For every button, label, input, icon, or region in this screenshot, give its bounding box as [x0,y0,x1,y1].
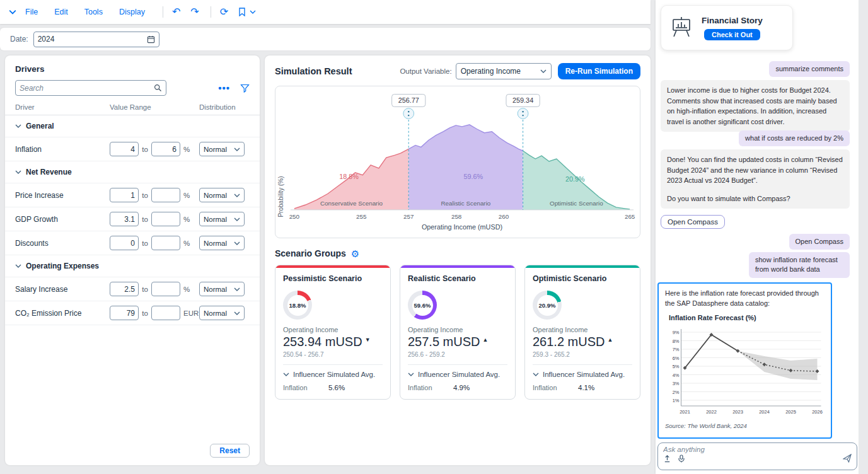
to-label: to [139,309,151,317]
distribution-select[interactable]: Normal [199,142,245,156]
optimistic-scenario-card[interactable]: Optimistic Scenario 20.9% Operating Inco… [524,265,640,400]
unit-label: % [180,146,199,153]
influencer-header-label: Influencer Simulated Avg. [543,371,625,378]
range-from-input[interactable] [110,188,139,202]
chat-input-actions [663,454,852,463]
refresh-icon[interactable]: ⟳ [220,7,228,17]
to-label: to [139,216,151,223]
section-general[interactable]: General [5,115,260,137]
driver-name: Discounts [15,239,110,248]
date-input[interactable] [38,35,147,43]
search-field[interactable] [15,80,166,96]
driver-name: Salary Increase [15,285,110,294]
user-message: summarize comments [769,61,850,77]
range-from-input[interactable] [110,212,139,226]
x-tick: 258 [451,213,462,220]
reset-button[interactable]: Reset [210,444,250,458]
distribution-value: Normal [204,192,227,199]
to-label: to [139,192,151,199]
distribution-select[interactable]: Normal [199,282,245,296]
microphone-icon[interactable] [678,454,685,463]
financial-story-title: Financial Story [702,16,763,25]
range-from-input[interactable] [110,236,139,250]
metric-range: 250.54 - 256.7 [283,351,383,365]
driver-row-inflation: Inflation to % Normal [5,137,260,161]
inflation-chart-title: Inflation Rate Forecast (%) [669,314,825,321]
bookmark-chevron-icon[interactable] [250,10,256,14]
range-from-input[interactable] [110,306,139,320]
marker-low-value: 256.77 [398,96,419,104]
pessimistic-scenario-card[interactable]: Pessimistic Scenario 18.8% Operating Inc… [275,265,391,400]
realistic-scenario-card[interactable]: Realistic Scenario 59.6% Operating Incom… [400,265,516,400]
distribution-chart-svg[interactable]: 256.77 259.34 18.8% 59.6% 20.9% Conserva… [288,89,636,235]
range-to-input[interactable] [151,282,180,296]
date-field[interactable] [33,32,159,47]
open-compass-button[interactable]: Open Compass [661,215,725,229]
distribution-chart: Probability (%) [275,86,640,238]
upload-icon[interactable] [663,454,671,463]
influencer-toggle[interactable]: Influencer Simulated Avg. [283,371,383,378]
driver-row-discounts: Discounts to % Normal [5,231,260,255]
range-from-input[interactable] [110,282,139,296]
driver-row-gdp-growth: GDP Growth to % Normal [5,207,260,231]
handle-dot [408,111,409,112]
chat-input-box[interactable] [657,442,857,470]
menu-display[interactable]: Display [119,8,145,16]
probability-donut: 18.8% [283,291,312,320]
drivers-search-row: ••• [15,80,250,96]
distribution-select[interactable]: Normal [199,306,245,320]
redo-icon[interactable]: ↷ [190,7,199,17]
scenario-groups-header: Scenario Groups ⚙ [275,248,640,258]
filter-icon[interactable] [240,84,250,93]
chevron-down-icon [234,217,240,221]
influencer-toggle[interactable]: Influencer Simulated Avg. [408,371,507,378]
range-to-input[interactable] [151,306,180,320]
rerun-simulation-button[interactable]: Re-Run Simulation [558,63,640,79]
overflow-menu-icon[interactable]: ••• [218,83,230,93]
search-icon[interactable] [154,84,162,92]
bookmark-icon[interactable] [238,8,246,16]
distribution-select[interactable]: Normal [199,236,245,250]
drivers-title: Drivers [5,64,260,74]
app-screen: File Edit Tools Display ↶ ↷ ⟳ Date: Driv… [0,0,868,474]
range-to-input[interactable] [151,212,180,226]
section-label: General [26,122,54,130]
driver-row-salary-increase: Salary Increase to % Normal [5,277,260,301]
undo-icon[interactable]: ↶ [172,7,180,17]
unit-label: EUR [180,309,199,317]
financial-story-card[interactable]: Financial Story Check it Out [661,5,793,50]
probability-donut: 20.9% [533,291,562,320]
influencer-toggle[interactable]: Influencer Simulated Avg. [533,371,632,378]
range-to-input[interactable] [151,236,180,250]
menu-edit[interactable]: Edit [54,8,68,16]
marker-high-handle[interactable] [518,108,528,119]
gear-icon[interactable]: ⚙ [351,249,359,258]
marker-low-handle[interactable] [403,108,414,119]
distribution-select[interactable]: Normal [199,212,245,226]
send-icon[interactable] [843,454,852,463]
handle-dot [522,111,523,112]
column-distribution: Distribution [199,103,236,111]
check-it-out-button[interactable]: Check it Out [704,29,760,40]
distribution-select[interactable]: Normal [199,188,245,202]
menu-tools[interactable]: Tools [84,8,103,16]
calendar-icon[interactable] [147,35,155,43]
metric-label: Operating Income [533,326,632,333]
chat-input[interactable] [663,446,852,453]
range-to-input[interactable] [151,142,180,156]
range-to-input[interactable] [151,188,180,202]
section-operating-expenses[interactable]: Operating Expenses [5,255,260,277]
driver-name: Price Increase [15,191,110,200]
realistic-region-label: Realistic Scenario [441,200,491,207]
menu-file[interactable]: File [25,8,38,16]
range-from-input[interactable] [110,142,139,156]
y-tick: 3% [673,381,680,386]
toolbar-collapse-icon[interactable] [9,9,16,14]
trend-down-icon: ▼ [365,337,371,343]
section-net-revenue[interactable]: Net Revenue [5,161,260,183]
driver-name: CO₂ Emission Price [15,309,110,318]
drivers-table-header: Driver Value Range Distribution [5,98,260,115]
output-variable-select[interactable]: Operating Income [456,63,552,79]
influencer-name: Inflation [408,384,453,391]
search-input[interactable] [20,84,154,93]
